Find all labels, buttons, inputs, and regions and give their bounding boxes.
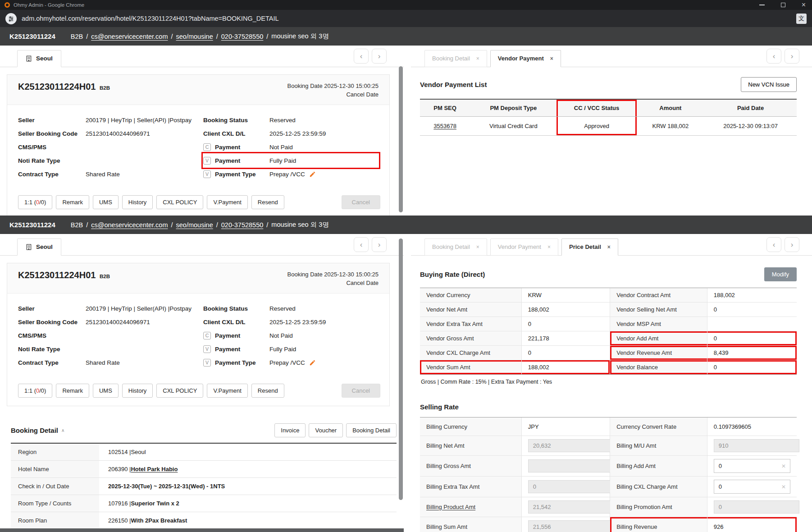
booking-pane-bottom: Seoul ‹ › K25123011224H01 B2B Booking Da… [0,234,404,532]
prev-booking-button[interactable]: ‹ [354,49,369,64]
customer-email-link[interactable]: cs@oneservicecenter.com [91,33,168,40]
field-label: Contract Type [18,171,86,178]
separator: / [266,33,268,40]
booking-summary-bar: K25123011224 B2B / cs@oneservicecenter.c… [0,216,812,234]
next-tab-button[interactable]: › [785,49,799,64]
edit-payment-type-icon[interactable] [309,171,316,178]
close-icon[interactable]: × [802,1,806,9]
hotel-name-link[interactable]: Hotel Park Habio [131,466,178,472]
voucher-button[interactable]: Voucher [309,423,343,437]
collapse-caret-icon[interactable]: ∧ [61,428,64,433]
vendor-payment-row-highlighted: VPaymentFully Paid [203,154,379,167]
billing-gross-amt-input[interactable] [528,459,614,472]
new-vcn-issue-button[interactable]: New VCN Issue [741,77,797,92]
customer-phone-link[interactable]: 020-37528550 [221,221,264,229]
buying-rate-table: Vendor CurrencyKRWVendor Contract Amt188… [420,288,797,375]
channel-type: B2B [71,221,83,229]
one-to-one-button[interactable]: 1:1 (0/0) [18,195,52,209]
v-payment-button[interactable]: V.Payment [207,384,247,398]
field-value: 2512301400244096971 [86,130,150,137]
prev-tab-button[interactable]: ‹ [766,49,781,64]
billing-product-amt-input[interactable] [528,500,614,514]
tab-price-detail[interactable]: Price Detail× [561,238,618,256]
booking-card-actions: 1:1 (0/0) Remark UMS History CXL POLICY … [7,188,389,216]
billing-net-amt-input[interactable] [528,439,614,452]
selling-rate-table: Billing Currency JPY Currency Convert Ra… [420,417,797,532]
tab-vendor-payment[interactable]: Vendor Payment× [490,238,558,256]
horizontal-scrollbar[interactable] [0,528,404,532]
tab-vendor-payment[interactable]: Vendor Payment× [490,50,561,67]
next-booking-button[interactable]: › [372,49,387,64]
billing-cxl-charge-amt-input[interactable] [715,483,779,490]
clear-input-icon[interactable]: ✕ [781,463,786,469]
next-booking-button[interactable]: › [372,237,387,252]
customer-name-link[interactable]: seo/mousine [176,33,213,40]
billing-mu-amt-input[interactable] [714,439,799,452]
tab-booking-detail[interactable]: Booking Detail× [424,50,487,67]
cancel-button[interactable]: Cancel [342,384,380,398]
vertical-scrollbar[interactable] [399,238,403,500]
invoice-button[interactable]: Invoice [274,423,306,437]
col-pm-seq: PM SEQ [420,99,470,117]
clear-input-icon[interactable]: ✕ [781,484,786,490]
booking-dates: Booking Date 2025-12-30 15:00:25 Cancel … [287,82,379,99]
billing-add-amt-input[interactable] [715,463,779,469]
remark-button[interactable]: Remark [56,195,89,209]
field-label: Client CXL D/L [203,130,269,137]
billing-promotion-amt-input[interactable] [714,500,799,514]
window-titlebar: Ohmy Admin - Google Chrome × [0,0,812,10]
next-tab-button[interactable]: › [785,237,799,252]
ums-button[interactable]: UMS [93,195,119,209]
separator: / [86,221,88,229]
customer-email-link[interactable]: cs@oneservicecenter.com [91,221,168,229]
guest-names: mousine seo 외 3명 [271,220,328,229]
pm-deposit-type-value: Virtual Credit Card [470,117,557,136]
translate-icon[interactable]: 文 [796,14,807,24]
close-tab-icon[interactable]: × [547,244,551,250]
modify-button[interactable]: Modify [764,267,797,281]
city-tabbar: Seoul ‹ › [0,234,404,256]
history-button[interactable]: History [122,195,153,209]
channel-type: B2B [71,33,83,40]
site-settings-icon[interactable] [5,13,17,24]
v-payment-button[interactable]: V.Payment [207,195,247,209]
cxl-policy-button[interactable]: CXL POLICY [156,195,203,209]
close-tab-icon[interactable]: × [476,55,479,62]
detail-tabbar: Booking Detail× Vendor Payment× Price De… [411,234,812,256]
prev-booking-button[interactable]: ‹ [354,237,369,252]
col-pm-deposit-type: PM Deposit Type [470,99,557,117]
pm-seq-link[interactable]: 3553678 [433,123,456,129]
one-to-one-button[interactable]: 1:1 (0/0) [18,384,52,398]
vertical-scrollbar[interactable] [399,66,403,212]
cancel-button[interactable]: Cancel [342,195,380,209]
close-tab-icon[interactable]: × [476,244,479,250]
billing-sum-amt-input[interactable] [528,520,614,532]
prev-tab-button[interactable]: ‹ [766,237,781,252]
customer-name-link[interactable]: seo/mousine [176,221,213,229]
billing-product-amt-link[interactable]: Billing Product Amt [426,504,475,510]
customer-phone-link[interactable]: 020-37528550 [221,33,264,40]
vendor-payment-list-title: Vendor Payment List [420,81,487,88]
maximize-icon[interactable] [781,3,785,7]
booking-detail-button[interactable]: Booking Detail [346,423,397,437]
billing-extra-tax-amt-input[interactable] [528,480,614,493]
remark-button[interactable]: Remark [56,384,89,398]
cc-vcc-status-value: Approved [557,117,636,136]
col-amount: Amount [637,99,704,117]
resend-button[interactable]: Resend [251,195,284,209]
close-tab-icon[interactable]: × [607,244,611,250]
close-tab-icon[interactable]: × [550,55,553,62]
tab-booking-detail[interactable]: Booking Detail× [424,238,487,256]
minimize-icon[interactable] [759,5,765,5]
history-button[interactable]: History [122,384,153,398]
resend-button[interactable]: Resend [251,384,284,398]
tab-seoul[interactable]: Seoul [17,50,61,67]
billing-revenue-highlighted: Billing Revenue [610,517,707,532]
tab-seoul[interactable]: Seoul [17,238,61,256]
cxl-policy-button[interactable]: CXL POLICY [156,384,203,398]
col-cc-vcc-status: CC / VCC Status [557,99,636,117]
field-label: Client CXL D/L [203,319,269,326]
edit-payment-type-icon[interactable] [309,359,316,366]
address-input[interactable]: adm.ohmyhotel.com/reservation/hotel/K251… [22,15,279,22]
ums-button[interactable]: UMS [93,384,119,398]
